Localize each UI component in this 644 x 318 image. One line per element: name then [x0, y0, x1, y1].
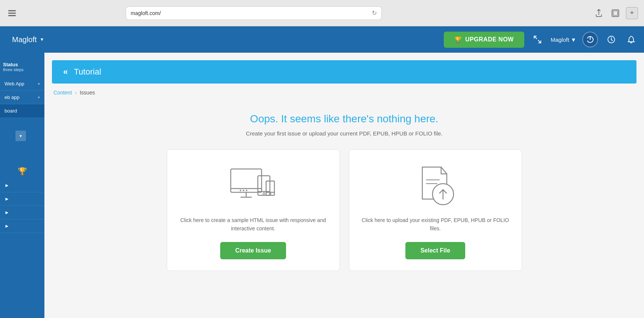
top-nav: Magloft ▼ 🏆 UPGRADE NOW Magloft ▼	[0, 26, 644, 53]
svg-rect-4	[613, 11, 618, 15]
tutorial-back-icon[interactable]: «	[63, 67, 68, 77]
nav-brand[interactable]: Magloft ▼	[6, 35, 104, 44]
breadcrumb: Content › Issues	[44, 84, 644, 102]
nav-user-dropdown-icon: ▼	[571, 37, 576, 43]
sidebar-sub-arrow-4: ►	[5, 223, 9, 229]
select-file-button[interactable]: Select File	[405, 242, 465, 259]
power-button[interactable]	[582, 32, 598, 47]
brand-name: Magloft	[12, 35, 37, 44]
url-input[interactable]: magloft.com/	[131, 10, 369, 16]
upload-file-icon	[409, 163, 462, 208]
expand-icon[interactable]	[530, 32, 545, 47]
upload-file-description: Click here to upload your existing PDF, …	[361, 216, 510, 233]
empty-state-subtitle: Create your first issue or upload your c…	[52, 130, 636, 137]
sidebar-item-board-label: board	[5, 108, 17, 114]
nav-user-label: Magloft	[551, 37, 569, 43]
sidebar-item-webapp-arrow: »	[38, 95, 40, 99]
empty-state-title: Oops. It seems like there's nothing here…	[52, 113, 636, 125]
main-layout: Status three steps Web App » eb app » bo…	[0, 53, 644, 318]
breadcrumb-current: Issues	[80, 90, 95, 96]
create-issue-card: Click here to create a sample HTML issue…	[167, 149, 340, 271]
empty-state: Oops. It seems like there's nothing here…	[44, 102, 644, 140]
sidebar-sub-item-3[interactable]: ►	[0, 206, 44, 219]
bell-icon[interactable]	[624, 32, 638, 47]
content-area: « Tutorial Content › Issues Oops. It see…	[44, 53, 644, 318]
app-container: Magloft ▼ 🏆 UPGRADE NOW Magloft ▼	[0, 26, 644, 318]
svg-point-12	[240, 190, 241, 191]
sidebar-item-board[interactable]: board	[0, 104, 44, 118]
cards-container: Click here to create a sample HTML issue…	[44, 140, 644, 280]
sidebar-sub-arrow-3: ►	[5, 210, 9, 215]
new-tab-button[interactable]: +	[626, 7, 638, 19]
sidebar: Status three steps Web App » eb app » bo…	[0, 53, 44, 318]
history-icon[interactable]	[604, 32, 618, 47]
sidebar-sub-arrow-1: ►	[5, 183, 9, 188]
reload-icon[interactable]: ↻	[372, 9, 377, 17]
upgrade-trophy-icon: 🏆	[454, 36, 462, 43]
svg-rect-0	[8, 10, 16, 11]
fullscreen-icon[interactable]	[609, 7, 621, 19]
browser-sidebar-toggle[interactable]	[6, 7, 18, 19]
create-issue-description: Click here to create a sample HTML issue…	[178, 216, 328, 233]
svg-rect-2	[8, 15, 16, 16]
create-issue-icon	[227, 163, 280, 208]
svg-point-13	[243, 190, 244, 191]
browser-chrome: magloft.com/ ↻ +	[0, 0, 644, 26]
svg-point-17	[263, 193, 265, 195]
svg-point-14	[246, 190, 247, 191]
upgrade-now-button[interactable]: 🏆 UPGRADE NOW	[444, 32, 524, 48]
upload-file-card: Click here to upload your existing PDF, …	[349, 149, 522, 271]
brand-dropdown-icon[interactable]: ▼	[40, 37, 44, 42]
sidebar-item-webpages-arrow: »	[38, 82, 40, 86]
upgrade-label: UPGRADE NOW	[465, 36, 514, 43]
browser-actions: +	[593, 7, 638, 19]
create-issue-button[interactable]: Create Issue	[220, 242, 286, 259]
breadcrumb-content-link[interactable]: Content	[53, 90, 72, 96]
sidebar-sub-item-4[interactable]: ►	[0, 219, 44, 233]
sidebar-status-sub: three steps	[3, 67, 41, 72]
sidebar-sub-arrow-2: ►	[5, 196, 9, 202]
sidebar-sub-item-1[interactable]: ►	[0, 179, 44, 192]
sidebar-collapse-btn[interactable]: ▼	[15, 131, 26, 141]
sidebar-status-section: Status three steps	[0, 56, 44, 77]
sidebar-item-webapp[interactable]: eb app »	[0, 91, 44, 104]
share-icon[interactable]	[593, 7, 605, 19]
sidebar-item-webapp-label: eb app	[5, 94, 20, 100]
sidebar-item-webpages-label: Web App	[5, 81, 24, 87]
tutorial-title: Tutorial	[74, 67, 101, 77]
svg-rect-1	[8, 12, 16, 14]
sidebar-trophy-icon: 🏆	[18, 167, 27, 176]
sidebar-sub-item-2[interactable]: ►	[0, 192, 44, 206]
nav-user-menu[interactable]: Magloft ▼	[551, 37, 576, 43]
sidebar-item-webpages[interactable]: Web App »	[0, 77, 44, 91]
breadcrumb-separator: ›	[75, 90, 77, 96]
browser-address-bar[interactable]: magloft.com/ ↻	[126, 6, 382, 20]
tutorial-header: « Tutorial	[52, 60, 636, 84]
sidebar-status-label: Status	[3, 62, 41, 67]
